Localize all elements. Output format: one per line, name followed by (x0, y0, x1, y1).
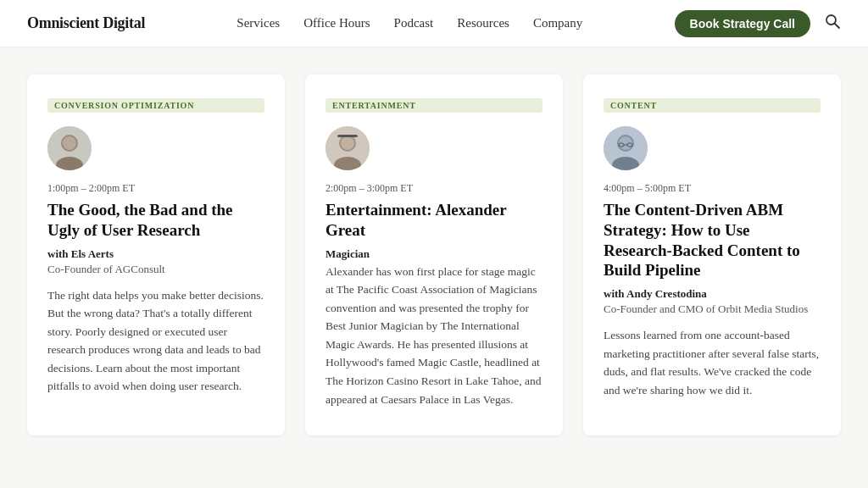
card-3-presenter: with Andy Crestodina (604, 287, 821, 301)
card-1-title: The Good, the Bad and the Ugly of User R… (47, 200, 264, 241)
card-1-avatar (47, 126, 92, 170)
card-2-desc: Alexander has won first place for stage … (326, 263, 542, 409)
site-header: Omniscient Digital Services Office Hours… (0, 0, 868, 47)
cards-grid: CONVERSION OPTIMIZATION 1:00pm – 2:00pm … (27, 75, 841, 435)
card-3-desc: Lessons learned from one account-based m… (604, 326, 821, 399)
card-1-presenter: with Els Aerts (47, 247, 264, 261)
svg-line-1 (835, 24, 840, 29)
card-1-role: Co-Founder of AGConsult (47, 263, 264, 276)
header-actions: Book Strategy Call (675, 10, 841, 37)
card-1-tag: CONVERSION OPTIMIZATION (47, 98, 264, 113)
card-3-avatar (604, 126, 648, 170)
svg-point-5 (63, 136, 76, 150)
card-2-tag: ENTERTAINMENT (326, 98, 542, 113)
svg-point-9 (341, 136, 354, 150)
card-1: CONVERSION OPTIMIZATION 1:00pm – 2:00pm … (27, 75, 285, 435)
card-3-title: The Content-Driven ABM Strategy: How to … (604, 200, 821, 280)
svg-rect-10 (337, 135, 358, 137)
nav-services[interactable]: Services (236, 16, 280, 30)
card-1-desc: The right data helps you make better dec… (47, 286, 264, 396)
card-1-time: 1:00pm – 2:00pm ET (47, 182, 264, 195)
card-3-tag: CONTENT (604, 98, 821, 113)
card-3-role: Co-Founder and CMO of Orbit Media Studio… (604, 302, 821, 316)
card-2-title: Entertainment: Alexander Great (326, 200, 542, 241)
card-2-time: 2:00pm – 3:00pm ET (326, 182, 542, 195)
nav-resources[interactable]: Resources (457, 16, 509, 30)
card-3-time: 4:00pm – 5:00pm ET (604, 182, 821, 195)
search-icon[interactable] (824, 13, 841, 34)
nav-company[interactable]: Company (533, 16, 582, 30)
card-2-presenter: Magician (326, 247, 542, 261)
card-2: ENTERTAINMENT 2:00pm – 3:00pm ET Enterta… (305, 75, 563, 435)
main-content: CONVERSION OPTIMIZATION 1:00pm – 2:00pm … (0, 47, 868, 488)
book-strategy-call-button[interactable]: Book Strategy Call (675, 10, 810, 37)
card-3: CONTENT 4:00pm – 5:00pm ET The Content-D… (583, 75, 841, 435)
site-logo[interactable]: Omniscient Digital (27, 14, 145, 32)
card-2-avatar (326, 126, 370, 170)
main-nav: Services Office Hours Podcast Resources … (236, 16, 582, 30)
nav-office-hours[interactable]: Office Hours (303, 16, 370, 30)
nav-podcast[interactable]: Podcast (394, 16, 434, 30)
